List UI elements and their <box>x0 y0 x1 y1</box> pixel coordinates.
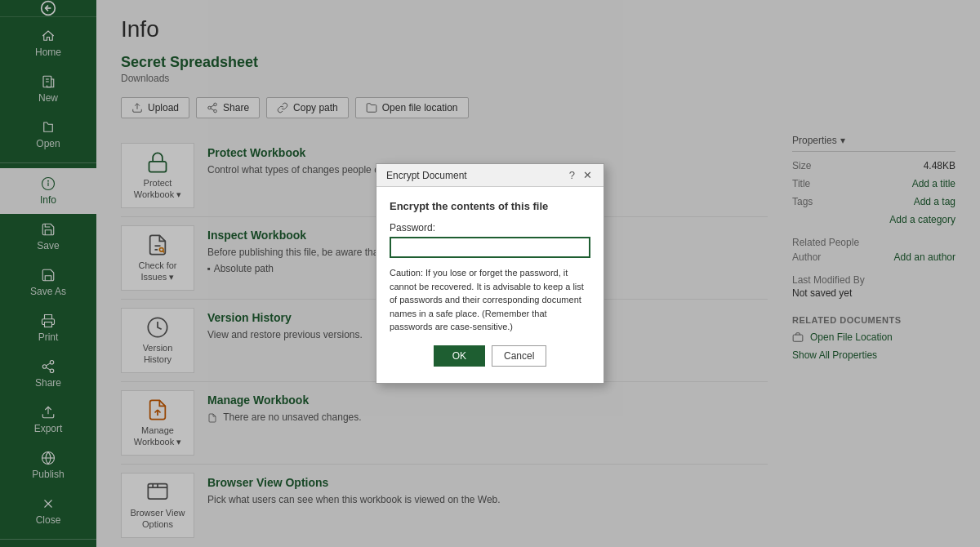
modal-body: Encrypt the contents of this file Passwo… <box>376 187 604 383</box>
modal-header-controls: ? ✕ <box>568 169 594 181</box>
modal-password-input[interactable] <box>390 237 590 258</box>
modal-subtitle: Encrypt the contents of this file <box>390 200 590 212</box>
modal-title: Encrypt Document <box>386 170 467 181</box>
modal-ok-button[interactable]: OK <box>434 345 485 367</box>
modal-header: Encrypt Document ? ✕ <box>376 164 604 187</box>
modal-question-button[interactable]: ? <box>568 169 577 181</box>
main-content: Info Secret Spreadsheet Downloads Upload… <box>96 0 980 547</box>
modal-close-button[interactable]: ✕ <box>581 169 594 181</box>
encrypt-document-modal: Encrypt Document ? ✕ Encrypt the content… <box>376 163 604 384</box>
modal-footer: OK Cancel <box>390 345 590 370</box>
modal-caution-text: Caution: If you lose or forget the passw… <box>390 266 590 334</box>
modal-cancel-button[interactable]: Cancel <box>492 345 546 367</box>
modal-overlay: Encrypt Document ? ✕ Encrypt the content… <box>96 0 980 547</box>
modal-password-label: Password: <box>390 222 590 233</box>
